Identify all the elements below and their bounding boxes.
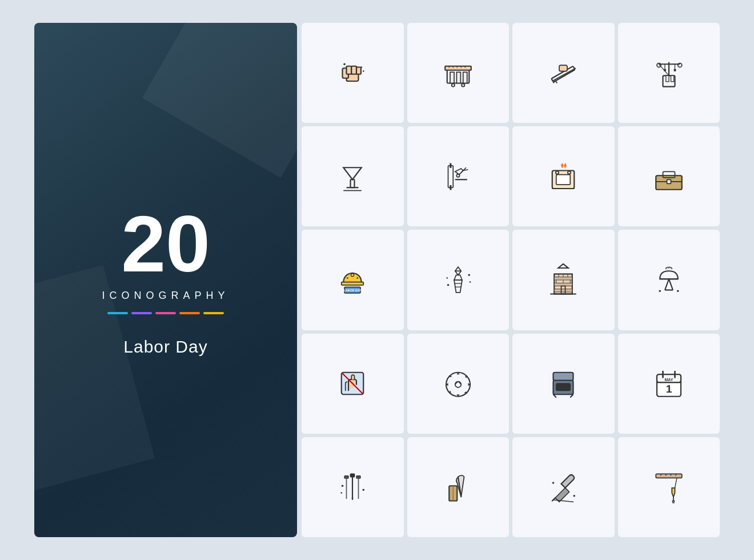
svg-rect-23 — [666, 75, 669, 82]
svg-point-64 — [446, 277, 448, 279]
svg-point-31 — [673, 69, 676, 71]
icon-fist — [302, 23, 404, 123]
svg-rect-3 — [352, 66, 357, 74]
svg-point-110 — [341, 493, 343, 494]
icon-welding-mask — [512, 334, 615, 434]
svg-point-83 — [677, 290, 679, 292]
icon-screw — [407, 230, 510, 330]
svg-text:1: 1 — [665, 383, 672, 395]
color-bars — [107, 312, 224, 314]
svg-rect-53 — [342, 282, 364, 285]
svg-point-63 — [468, 274, 470, 276]
svg-rect-11 — [463, 72, 467, 83]
svg-text:LABOR DAY: LABOR DAY — [344, 289, 362, 292]
svg-point-116 — [573, 495, 576, 497]
svg-rect-34 — [351, 179, 355, 187]
color-bar-purple — [131, 312, 152, 314]
svg-line-123 — [675, 478, 677, 489]
icon-funnel — [302, 126, 404, 226]
svg-point-65 — [469, 281, 471, 283]
svg-rect-102 — [351, 474, 355, 477]
svg-rect-21 — [559, 65, 567, 71]
svg-point-29 — [664, 69, 666, 71]
color-bar-yellow — [203, 312, 224, 314]
svg-point-41 — [456, 174, 459, 177]
svg-point-5 — [344, 63, 346, 65]
icon-tools-board — [407, 126, 510, 226]
icon-hand-sign — [302, 334, 404, 434]
color-bar-blue — [107, 312, 128, 314]
icon-plumb-bob — [618, 437, 720, 537]
svg-rect-37 — [448, 166, 453, 188]
svg-rect-4 — [356, 67, 361, 74]
svg-rect-39 — [450, 186, 451, 190]
svg-rect-118 — [656, 474, 682, 478]
icon-bbq — [618, 230, 720, 330]
svg-point-108 — [342, 485, 344, 487]
icon-calendar: MAY 1 — [618, 334, 720, 434]
icon-furnace — [512, 126, 615, 226]
svg-rect-9 — [450, 72, 454, 83]
icon-grid: LABOR DAY — [302, 23, 720, 537]
svg-rect-92 — [556, 383, 571, 390]
icon-crane — [618, 23, 720, 123]
icon-saw — [512, 23, 615, 123]
svg-rect-52 — [667, 179, 671, 183]
svg-line-80 — [669, 279, 673, 290]
svg-rect-67 — [555, 277, 573, 280]
icon-nails — [302, 437, 404, 537]
svg-point-57 — [347, 277, 348, 279]
icon-hard-hat: LABOR DAY — [302, 230, 404, 330]
svg-point-18 — [451, 83, 454, 86]
svg-point-7 — [363, 70, 364, 72]
svg-rect-24 — [671, 75, 673, 82]
svg-rect-2 — [347, 66, 352, 74]
icon-toolbox — [618, 126, 720, 226]
svg-point-6 — [361, 66, 363, 68]
labor-day-title: Labor Day — [123, 337, 207, 357]
color-bar-pink — [155, 312, 176, 314]
svg-point-87 — [455, 382, 462, 388]
main-container: 20 ICONOGRAPHY Labor Day — [34, 23, 720, 537]
svg-rect-10 — [456, 72, 460, 83]
icon-saw-blade — [407, 334, 510, 434]
icon-brick-building — [512, 230, 615, 330]
svg-point-109 — [363, 489, 365, 491]
svg-rect-38 — [450, 163, 451, 167]
svg-point-115 — [552, 482, 555, 485]
svg-point-82 — [659, 290, 661, 292]
svg-line-79 — [665, 279, 669, 290]
svg-rect-45 — [556, 174, 571, 185]
svg-rect-106 — [356, 476, 360, 478]
svg-rect-104 — [344, 476, 348, 478]
icon-trowel — [512, 437, 615, 537]
icon-count: 20 — [121, 204, 210, 284]
svg-rect-90 — [554, 373, 573, 381]
icon-ruler-building — [407, 23, 510, 123]
icon-axe-wood — [407, 437, 510, 537]
svg-point-19 — [462, 83, 464, 86]
svg-point-58 — [357, 277, 359, 279]
svg-text:MAY: MAY — [664, 378, 673, 382]
svg-line-117 — [554, 500, 573, 502]
svg-rect-69 — [555, 289, 573, 292]
svg-point-62 — [447, 284, 450, 286]
left-panel: 20 ICONOGRAPHY Labor Day — [34, 23, 297, 537]
iconography-label: ICONOGRAPHY — [102, 290, 229, 302]
color-bar-orange — [179, 312, 200, 314]
